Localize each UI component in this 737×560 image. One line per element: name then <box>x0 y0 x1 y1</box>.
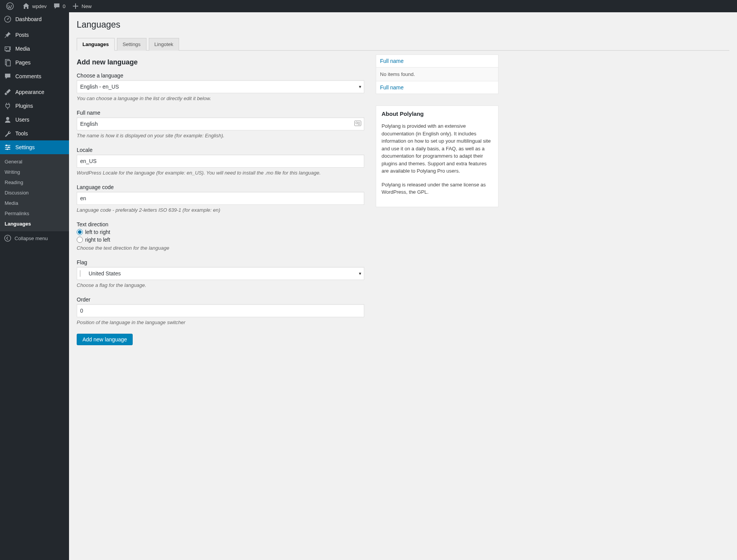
choose-language-select[interactable]: English - en_US <box>77 80 364 93</box>
submenu-item-general[interactable]: General <box>0 156 69 167</box>
sliders-icon <box>4 143 12 151</box>
page-title: Languages <box>77 16 729 38</box>
field-choose-language: Choose a language English - en_US You ca… <box>77 72 364 101</box>
wrench-icon <box>4 130 12 137</box>
admin-toolbar: wpdev 0 New <box>0 0 737 12</box>
full-name-input[interactable] <box>77 117 364 130</box>
svg-rect-6 <box>7 61 10 66</box>
pin-icon <box>4 31 12 39</box>
flag-help: Choose a flag for the language. <box>77 282 364 288</box>
about-p2: Polylang is released under the same lice… <box>382 181 493 196</box>
svg-point-7 <box>6 117 9 120</box>
tabs-nav: Languages Settings Lingotek <box>77 38 729 51</box>
locale-help: WordPress Locale for the language (for e… <box>77 170 364 176</box>
about-heading: About Polylang <box>382 110 493 117</box>
svg-point-11 <box>5 235 11 241</box>
field-language-code: Language code Language code - preferably… <box>77 184 364 213</box>
sidebar-item-pages[interactable]: Pages <box>0 56 69 69</box>
tab-languages[interactable]: Languages <box>77 38 115 51</box>
language-code-input[interactable] <box>77 192 364 205</box>
dashboard-icon <box>4 15 12 23</box>
field-full-name: Full name The name is how it is displaye… <box>77 110 364 138</box>
new-content-link[interactable]: New <box>69 0 95 12</box>
sidebar-item-tools[interactable]: Tools <box>0 127 69 140</box>
collapse-icon <box>4 234 12 242</box>
submenu-item-reading[interactable]: Reading <box>0 177 69 188</box>
submenu-item-discussion[interactable]: Discussion <box>0 188 69 198</box>
sidebar-item-media[interactable]: Media <box>0 42 69 56</box>
settings-submenu: General Writing Reading Discussion Media… <box>0 154 69 231</box>
table-footer-fullname[interactable]: Full name <box>376 81 498 94</box>
rtl-label: right to left <box>85 237 110 243</box>
ltr-radio[interactable] <box>77 229 83 235</box>
submenu-item-media[interactable]: Media <box>0 198 69 208</box>
svg-point-10 <box>7 148 8 150</box>
ltr-label: left to right <box>85 229 110 235</box>
svg-point-4 <box>6 48 7 49</box>
new-label: New <box>82 3 92 9</box>
choose-language-help: You can choose a language in the list or… <box>77 96 364 101</box>
tab-settings[interactable]: Settings <box>117 38 146 51</box>
submenu-item-writing[interactable]: Writing <box>0 167 69 177</box>
collapse-menu[interactable]: Collapse menu <box>0 231 69 245</box>
comment-icon <box>4 72 12 80</box>
sidebar-item-label: Plugins <box>15 103 33 109</box>
order-label: Order <box>77 296 364 303</box>
site-name-link[interactable]: wpdev <box>19 0 50 12</box>
choose-language-label: Choose a language <box>77 72 364 79</box>
sidebar-item-settings[interactable]: Settings <box>0 140 69 154</box>
main-content: Languages Languages Settings Lingotek Ad… <box>69 12 737 560</box>
languages-table: Full name No items found. Full name <box>376 54 498 94</box>
full-name-label: Full name <box>77 110 364 116</box>
comment-icon <box>53 2 61 10</box>
sidebar-item-users[interactable]: Users <box>0 113 69 127</box>
sidebar-item-appearance[interactable]: Appearance <box>0 85 69 99</box>
sidebar-item-label: Comments <box>15 73 41 79</box>
sidebar-item-dashboard[interactable]: Dashboard <box>0 12 69 26</box>
locale-input[interactable] <box>77 155 364 168</box>
field-text-direction: Text direction left to right right to le… <box>77 221 364 251</box>
collapse-label: Collapse menu <box>15 236 48 241</box>
svg-point-2 <box>7 19 8 20</box>
sidebar-item-posts[interactable]: Posts <box>0 28 69 42</box>
text-direction-label: Text direction <box>77 221 364 227</box>
pages-icon <box>4 59 12 66</box>
sidebar-item-label: Media <box>15 46 30 52</box>
comments-link[interactable]: 0 <box>50 0 69 12</box>
svg-point-8 <box>6 145 7 146</box>
user-icon <box>4 116 12 124</box>
svg-point-9 <box>8 147 10 148</box>
svg-rect-3 <box>5 47 10 51</box>
sidebar-item-comments[interactable]: Comments <box>0 69 69 83</box>
section-title: Add new language <box>77 58 364 66</box>
field-flag: Flag United States Choose a flag for the… <box>77 259 364 288</box>
language-code-help: Language code - preferably 2-letters ISO… <box>77 207 364 213</box>
table-header-fullname[interactable]: Full name <box>376 55 498 68</box>
home-icon <box>22 2 30 10</box>
rtl-radio[interactable] <box>77 237 83 243</box>
about-p1: Polylang is provided with an extensive d… <box>382 122 493 175</box>
wp-logo[interactable] <box>3 0 19 12</box>
full-name-help: The name is how it is displayed on your … <box>77 133 364 138</box>
sidebar-item-label: Tools <box>15 130 28 137</box>
submenu-item-languages[interactable]: Languages <box>0 219 69 229</box>
flag-label: Flag <box>77 259 364 265</box>
about-polylang-box: About Polylang Polylang is provided with… <box>376 105 498 207</box>
id-card-icon <box>354 121 361 127</box>
sidebar-item-plugins[interactable]: Plugins <box>0 99 69 113</box>
wordpress-icon <box>6 2 14 10</box>
order-input[interactable] <box>77 304 364 317</box>
field-locale: Locale WordPress Locale for the language… <box>77 147 364 176</box>
flag-select[interactable]: United States <box>77 267 364 280</box>
tab-lingotek[interactable]: Lingotek <box>149 38 179 51</box>
sidebar-item-label: Posts <box>15 32 29 38</box>
submenu-item-permalinks[interactable]: Permalinks <box>0 208 69 219</box>
locale-label: Locale <box>77 147 364 153</box>
comments-count: 0 <box>63 3 66 9</box>
table-no-items: No items found. <box>376 68 498 81</box>
sidebar-item-label: Pages <box>15 59 31 66</box>
sidebar-item-label: Dashboard <box>15 16 42 22</box>
add-language-button[interactable]: Add new language <box>77 334 133 345</box>
media-icon <box>4 45 12 53</box>
site-name-text: wpdev <box>32 3 47 9</box>
